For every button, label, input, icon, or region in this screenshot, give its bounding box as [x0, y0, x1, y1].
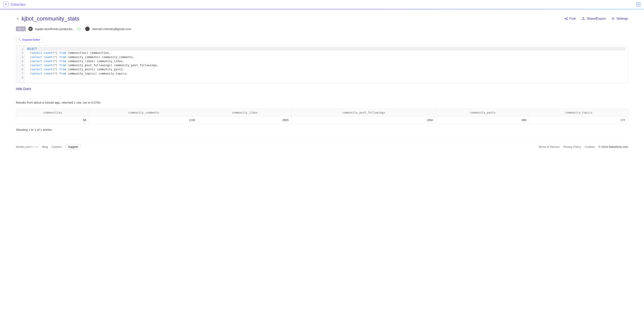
topbar: Dataclips	[0, 0, 644, 9]
chevron-down-icon	[22, 28, 24, 30]
table-row: 68119328551394669172	[16, 116, 628, 124]
fork-icon	[564, 17, 568, 20]
star-icon[interactable]: ★	[16, 16, 20, 21]
results-table: communitiescommunity_commentscommunity_l…	[16, 109, 628, 124]
page-title: kjbot_community_stats	[22, 15, 80, 22]
svg-point-1	[567, 17, 568, 18]
sql-editor[interactable]: 12345678 SELECT (select count(*) from co…	[16, 45, 628, 83]
table-cell: 1394	[292, 116, 436, 124]
svg-point-0	[565, 18, 565, 19]
version-selector[interactable]: v5	[16, 26, 26, 31]
svg-point-2	[567, 19, 568, 20]
share-export-button[interactable]: Share/Export	[582, 17, 606, 20]
gear-icon	[611, 17, 615, 20]
heroku-logo-icon[interactable]	[3, 2, 8, 7]
meta-row: v5 ⊞ kajabi-storefronts-productio... + x…	[16, 26, 628, 31]
avatar[interactable]	[85, 27, 90, 31]
expand-icon	[18, 38, 21, 41]
hide-query-link[interactable]: Hide Query	[16, 87, 31, 90]
expand-editor-button[interactable]: Expand Editor	[16, 37, 43, 42]
svg-point-3	[613, 18, 614, 19]
footer: heroku.com/home Blog Careers Support Ter…	[16, 140, 628, 158]
table-cell: 669	[436, 116, 529, 124]
column-header[interactable]: community_topics	[529, 109, 628, 116]
line-numbers: 12345678	[16, 45, 26, 83]
user-email: xternal1+heroku@gmail.com	[92, 27, 131, 31]
table-cell: 172	[529, 116, 628, 124]
database-name: kajabi-storefronts-productio...	[35, 27, 74, 31]
footer-support-button[interactable]: Support	[66, 144, 81, 149]
share-icon	[582, 17, 585, 20]
footer-heroku-link[interactable]: heroku.com/home	[16, 145, 38, 148]
apps-grid-icon[interactable]	[636, 2, 641, 7]
footer-copyright: © 2019 Salesforce.com	[598, 145, 628, 148]
footer-privacy-link[interactable]: Privacy Policy	[563, 145, 581, 148]
column-header[interactable]: community_posts	[436, 109, 529, 116]
table-cell: 1193	[89, 116, 198, 124]
column-header[interactable]: communities	[16, 109, 89, 116]
column-header[interactable]: community_post_followings	[292, 109, 436, 116]
footer-blog-link[interactable]: Blog	[42, 145, 48, 148]
brand-title[interactable]: Dataclips	[10, 2, 26, 7]
column-header[interactable]: community_comments	[89, 109, 198, 116]
database-icon: ⊞	[28, 27, 33, 31]
column-header[interactable]: community_likes	[198, 109, 292, 116]
code-area[interactable]: SELECT (select count(*) from communities…	[26, 45, 628, 83]
settings-button[interactable]: Settings	[611, 17, 628, 20]
add-database-button[interactable]: +	[77, 27, 81, 31]
table-cell: 2855	[198, 116, 292, 124]
fork-button[interactable]: Fork	[564, 17, 576, 20]
footer-careers-link[interactable]: Careers	[52, 145, 62, 148]
footer-tos-link[interactable]: Terms of Service	[538, 145, 560, 148]
table-cell: 68	[16, 116, 89, 124]
results-meta: Results from about a minute ago, returne…	[16, 101, 628, 104]
footer-cookies-link[interactable]: Cookies	[585, 145, 595, 148]
showing-entries: Showing 1 to 1 of 1 entries	[16, 128, 628, 131]
title-row: ★ kjbot_community_stats Fork Share/Expor…	[16, 15, 628, 22]
